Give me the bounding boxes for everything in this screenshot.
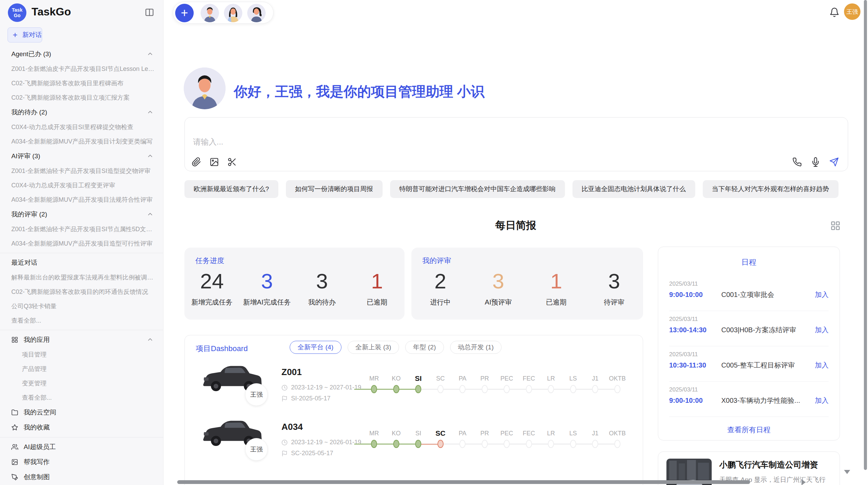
event-date: 2025/03/11	[669, 316, 698, 323]
suggestion-chip[interactable]: 特朗普可能对进口汽车增税会对中国车企造成哪些影响	[390, 180, 565, 198]
sidebar-item[interactable]: C02-飞腾新能源轻客改款项目立项汇报方案	[0, 90, 163, 105]
dashboard-tab[interactable]: 动总开发 (1)	[450, 341, 502, 354]
sidebar-tool-pen[interactable]: 创意制图	[0, 470, 163, 485]
recent-chat-item[interactable]: 查看全部...	[0, 313, 163, 328]
sidebar-item[interactable]: Z001-全新燃油轻卡产品开发项目SI节点属性5D文件评审	[0, 222, 163, 236]
project-row[interactable]: 王强Z0012023-12-19 ~ 2027-01-19SI-2025-05-…	[185, 356, 643, 411]
dashboard-tab[interactable]: 全新平台 (4)	[290, 341, 341, 354]
star-icon	[11, 424, 18, 431]
stat-label: 待评审	[585, 298, 643, 307]
section-title: 我的待办 (2)	[11, 108, 47, 117]
briefing-layout-grid-icon[interactable]	[830, 221, 841, 231]
milestone-dot	[393, 440, 399, 448]
stat-label: 我的待办	[294, 298, 350, 307]
sidebar-section-header[interactable]: 我的待办 (2)	[0, 105, 163, 120]
stat-value: 3	[469, 269, 527, 294]
vertical-scrollbar[interactable]	[864, 0, 867, 470]
milestone-label: LS	[562, 427, 584, 439]
sidebar-section-header[interactable]: Agent已办 (3)	[0, 47, 163, 62]
collapse-sidebar-icon[interactable]	[145, 8, 154, 17]
event-date: 2025/03/11	[669, 281, 698, 287]
clock-icon	[281, 439, 288, 446]
voice-call-icon[interactable]	[792, 157, 802, 167]
dashboard-tab[interactable]: 全新上装 (3)	[348, 341, 399, 354]
sidebar-item[interactable]: A034-全新新能源MUV产品开发项目造型可行性评审	[0, 236, 163, 251]
milestone-label: OKTB	[606, 372, 629, 385]
notifications-bell-icon[interactable]	[829, 7, 840, 17]
app-item[interactable]: 产品管理	[0, 362, 163, 376]
add-contact-button[interactable]: +	[175, 4, 194, 22]
milestone-label: LS	[562, 372, 584, 385]
stat-value: 2	[411, 269, 469, 294]
folder-icon	[11, 409, 18, 416]
scroll-right-button[interactable]	[801, 479, 806, 485]
schedule-event: 2025/03/1113:00-14:30C003|H0B-方案冻结评审加入	[669, 311, 829, 346]
horizontal-scrollbar[interactable]	[177, 480, 750, 484]
suggestion-chip[interactable]: 比亚迪全固态电池计划具体说了什么	[572, 180, 695, 198]
view-all-schedule-link[interactable]: 查看所有日程	[658, 425, 840, 435]
schedule-event: 2025/03/119:00-10:00X003-车辆动力学性能验...加入	[669, 382, 829, 417]
milestone-label: MR	[363, 427, 385, 439]
sidebar-shortcut-star[interactable]: 我的收藏	[0, 420, 163, 435]
contact-avatar-1[interactable]	[201, 4, 219, 22]
scroll-down-button[interactable]	[844, 470, 850, 474]
user-avatar[interactable]: 王强	[844, 3, 860, 20]
app-item[interactable]: 项目管理	[0, 347, 163, 362]
recent-chat-item[interactable]: 解释最新出台的欧盟报废车法规再生塑料比例被调至15%...	[0, 270, 163, 285]
daily-briefing-title: 每日简报	[164, 219, 868, 233]
app-item[interactable]: 查看全部...	[0, 390, 163, 405]
sidebar-item[interactable]: A034-全新新能源MUV产品开发项目计划变更类编写	[0, 134, 163, 149]
milestone-dot	[504, 440, 510, 448]
suggestion-chips: 欧洲新规最近颁布了什么?如何写一份清晰的项目周报特朗普可能对进口汽车增税会对中国…	[184, 180, 839, 198]
project-row[interactable]: 王强A0342023-12-19 ~ 2026-01-19SC-2025-05-…	[185, 411, 643, 465]
milestone-label: J1	[584, 372, 606, 385]
milestone-label: KO	[385, 372, 408, 385]
recent-chat-item[interactable]: C02-飞腾新能源轻客改款项目的闭环通告反馈情况	[0, 285, 163, 299]
sidebar-item[interactable]: Z001-全新燃油皮卡产品开发项目SI节点Lesson Learn报告	[0, 62, 163, 76]
project-date-range: 2023-12-19 ~ 2026-01-19	[281, 439, 361, 446]
new-chat-button[interactable]: + 新对话	[8, 27, 42, 42]
image-upload-icon[interactable]	[209, 157, 219, 167]
sidebar-item[interactable]: C0X4-动力总成开发项目工程变更评审	[0, 178, 163, 192]
logo-text-top: Task	[12, 7, 23, 13]
join-meeting-link[interactable]: 加入	[815, 361, 829, 370]
card-title: 任务进度	[195, 256, 224, 265]
sidebar-item[interactable]: A034-全新新能源MUV产品开发项目法规符合性评审	[0, 192, 163, 207]
sidebar-item[interactable]: C02-飞腾新能源轻客改款项目里程碑画布	[0, 76, 163, 90]
join-meeting-link[interactable]: 加入	[815, 290, 829, 299]
suggestion-chip[interactable]: 当下年轻人对汽车外观有怎样的喜好趋势	[703, 180, 839, 198]
dashboard-tab[interactable]: 年型 (2)	[405, 341, 444, 354]
app-item[interactable]: 变更管理	[0, 376, 163, 390]
sidebar-tool-users[interactable]: AI超级员工	[0, 439, 163, 455]
milestone-dot	[371, 440, 377, 448]
sidebar-section-header[interactable]: 我的评审 (2)	[0, 207, 163, 222]
stat-grid: 24新增完成任务3新增AI完成任务3我的待办1已逾期	[184, 269, 405, 307]
pen-icon	[11, 474, 18, 481]
flag-icon	[281, 396, 288, 402]
send-icon[interactable]	[829, 157, 839, 167]
join-meeting-link[interactable]: 加入	[815, 325, 829, 335]
join-meeting-link[interactable]: 加入	[815, 396, 829, 405]
sidebar-section-header[interactable]: AI评审 (3)	[0, 149, 163, 164]
chat-input[interactable]	[193, 137, 536, 147]
event-time: 9:00-10:00	[669, 291, 721, 299]
sidebar-shortcut-folder[interactable]: 我的云空间	[0, 405, 163, 420]
suggestion-chip[interactable]: 欧洲新规最近颁布了什么?	[184, 180, 278, 198]
milestone-track	[363, 385, 628, 394]
milestone-label: FEC	[518, 427, 540, 439]
contact-avatar-2[interactable]	[224, 4, 242, 22]
microphone-icon[interactable]	[811, 157, 820, 167]
milestone-label: FEC	[518, 372, 540, 385]
sidebar-tool-image[interactable]: 帮我写作	[0, 455, 163, 470]
sidebar: Task Go TaskGo + 新对话 Agent已办 (3)Z001-全新燃…	[0, 0, 164, 485]
contact-avatar-3[interactable]	[247, 4, 266, 22]
my-apps-header[interactable]: 我的应用	[0, 332, 163, 347]
sidebar-item[interactable]: Z001-全新燃油轻卡产品开发项目SI造型提交物评审	[0, 164, 163, 178]
recent-chat-item[interactable]: 公司Q3轻卡销量	[0, 299, 163, 313]
milestone-label: J1	[584, 427, 606, 439]
suggestion-chip[interactable]: 如何写一份清晰的项目周报	[286, 180, 383, 198]
attachment-icon[interactable]	[192, 157, 201, 167]
screenshot-scissors-icon[interactable]	[227, 157, 237, 167]
sidebar-item[interactable]: C0X4-动力总成开发项目SI里程碑提交物检查	[0, 120, 163, 134]
stat-value: 3	[294, 269, 350, 294]
